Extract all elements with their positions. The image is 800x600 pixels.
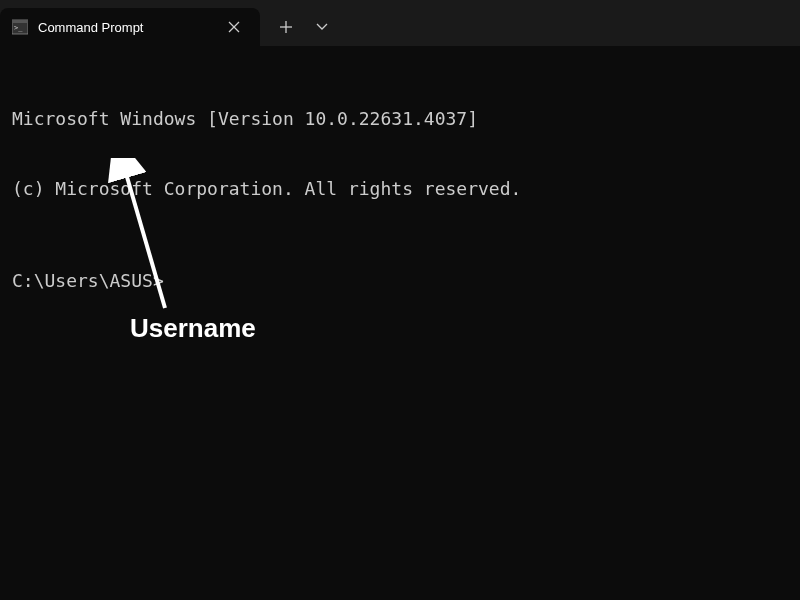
titlebar: >_ Command Prompt	[0, 0, 800, 46]
version-line: Microsoft Windows [Version 10.0.22631.40…	[12, 107, 788, 130]
tab-title: Command Prompt	[38, 20, 194, 35]
new-tab-button[interactable]	[268, 11, 304, 43]
terminal-output[interactable]: Microsoft Windows [Version 10.0.22631.40…	[0, 46, 800, 330]
tab-dropdown-button[interactable]	[304, 11, 340, 43]
close-tab-button[interactable]	[224, 17, 244, 37]
active-tab[interactable]: >_ Command Prompt	[0, 8, 260, 46]
svg-rect-1	[12, 20, 28, 23]
svg-text:>_: >_	[14, 24, 23, 32]
titlebar-buttons	[260, 8, 340, 46]
cmd-icon: >_	[12, 19, 28, 35]
copyright-line: (c) Microsoft Corporation. All rights re…	[12, 177, 788, 200]
command-prompt: C:\Users\ASUS>	[12, 269, 788, 292]
